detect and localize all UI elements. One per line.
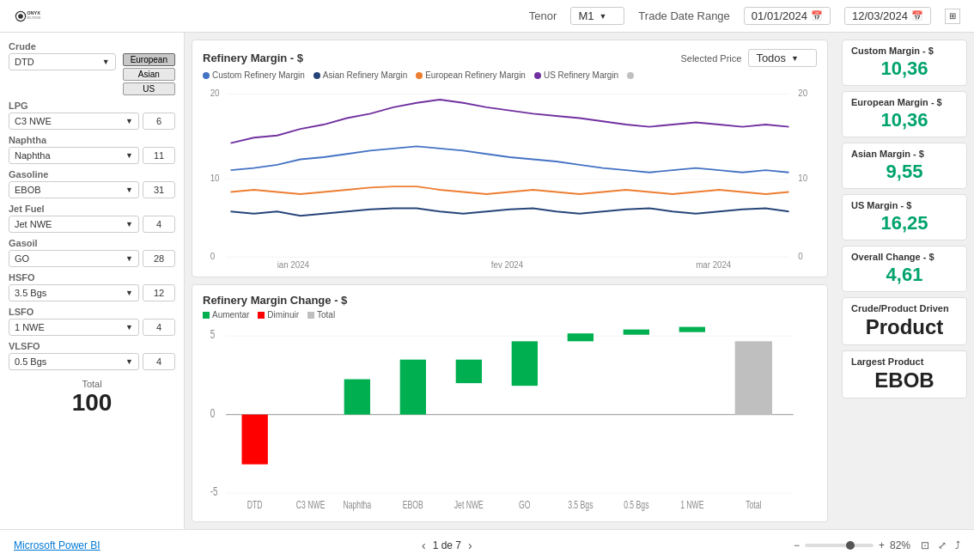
crude-value: DTD xyxy=(15,57,34,67)
hsfo-chevron-icon: ▼ xyxy=(125,289,133,297)
svg-text:Total: Total xyxy=(746,499,761,511)
tenor-chevron-icon: ▼ xyxy=(599,12,606,21)
bar-chart-svg: 5 0 -5 Refinery Margin xyxy=(203,323,817,513)
svg-text:0: 0 xyxy=(210,406,216,420)
naphtha-select[interactable]: Naphtha ▼ xyxy=(9,147,139,164)
selected-price-select[interactable]: Todos ▼ xyxy=(748,49,817,67)
legend-asian-label: Asian Refinery Margin xyxy=(323,70,407,80)
fullscreen-icon[interactable]: ⤢ xyxy=(938,539,947,551)
zoom-plus-button[interactable]: + xyxy=(879,539,885,551)
legend-total-dot xyxy=(307,312,314,319)
legend-us-label: US Refinery Margin xyxy=(544,70,618,80)
legend-aumentar: Aumentar xyxy=(203,310,249,320)
lsfo-num-input[interactable]: 4 xyxy=(143,319,175,336)
us-btn[interactable]: US xyxy=(123,82,175,95)
vlsfo-num-input[interactable]: 4 xyxy=(143,353,175,370)
vlsfo-value: 0.5 Bgs xyxy=(15,356,46,367)
us-margin-card: US Margin - $ 16,25 xyxy=(842,194,967,240)
crude-select[interactable]: DTD ▼ xyxy=(9,53,116,70)
legend-aumentar-dot xyxy=(203,312,210,319)
crude-product-driven-card: Crude/Product Driven Product xyxy=(842,297,967,345)
onyx-logo: ONYX SOLUTIONS xyxy=(14,7,41,26)
gasoil-num-input[interactable]: 28 xyxy=(143,250,175,267)
center-panel: Refinery Margin - $ Selected Price Todos… xyxy=(185,33,835,529)
gasoline-select[interactable]: EBOB ▼ xyxy=(9,181,139,198)
svg-point-1 xyxy=(18,14,23,19)
asian-margin-card: Asian Margin - $ 9,55 xyxy=(842,143,967,189)
line-chart-svg: 20 10 0 20 10 0 Refinery Margin jan 2024… xyxy=(203,83,817,268)
svg-text:3.5 Bgs: 3.5 Bgs xyxy=(568,499,593,511)
legend-custom-dot xyxy=(203,72,210,79)
zoom-minus-button[interactable]: − xyxy=(794,539,800,551)
gasoline-num-input[interactable]: 31 xyxy=(143,181,175,198)
gasoil-row: GO ▼ 28 xyxy=(9,250,175,267)
zoom-value: 82% xyxy=(890,539,910,551)
calendar-icon-to: 📅 xyxy=(911,10,923,21)
naphtha-num-input[interactable]: 11 xyxy=(143,147,175,164)
lpg-value: C3 NWE xyxy=(15,116,52,126)
svg-text:0: 0 xyxy=(798,250,803,261)
largest-product-label: Largest Product xyxy=(851,356,923,367)
top-bar: ONYX SOLUTIONS Tenor M1 ▼ Trade Date Ran… xyxy=(0,0,974,33)
european-btn[interactable]: European xyxy=(123,53,175,66)
gasoil-group: Gasoil GO ▼ 28 xyxy=(9,238,175,267)
naphtha-row: Naphtha ▼ 11 xyxy=(9,147,175,164)
crude-group: Crude DTD ▼ European Asian US xyxy=(9,41,175,95)
zoom-thumb xyxy=(846,541,855,550)
share-icon[interactable]: ⤴ xyxy=(955,539,960,551)
jetfuel-value: Jet NWE xyxy=(15,219,52,229)
calendar-icon-from: 📅 xyxy=(811,10,823,21)
largest-product-card: Largest Product EBOB xyxy=(842,350,967,399)
svg-text:-5: -5 xyxy=(210,485,218,499)
refinery-margin-change-legend: Aumentar Diminuir Total xyxy=(203,310,817,320)
filter-icon[interactable]: ⊞ xyxy=(945,9,960,24)
vlsfo-chevron-icon: ▼ xyxy=(125,357,133,366)
crude-product-driven-label: Crude/Product Driven xyxy=(851,303,949,313)
date-to-value: 12/03/2024 xyxy=(852,9,908,22)
prev-page-button[interactable]: ‹ xyxy=(422,539,426,552)
hsfo-select[interactable]: 3.5 Bgs ▼ xyxy=(9,284,139,301)
lpg-num-input[interactable]: 6 xyxy=(143,113,175,130)
tenor-select[interactable]: M1 ▼ xyxy=(570,7,624,25)
naphtha-group: Naphtha Naphtha ▼ 11 xyxy=(9,135,175,164)
european-margin-card: European Margin - $ 10,36 xyxy=(842,91,967,137)
date-to-input[interactable]: 12/03/2024 📅 xyxy=(844,7,931,25)
lpg-select[interactable]: C3 NWE ▼ xyxy=(9,113,139,130)
date-from-input[interactable]: 01/01/2024 📅 xyxy=(744,7,831,25)
pagination: ‹ 1 de 7 › xyxy=(422,539,472,552)
next-page-button[interactable]: › xyxy=(468,539,472,552)
legend-custom: Custom Refinery Margin xyxy=(203,70,305,80)
fit-page-icon[interactable]: ⊡ xyxy=(921,539,929,551)
svg-text:GO: GO xyxy=(519,499,530,511)
bar-total xyxy=(735,341,772,414)
lpg-group: LPG C3 NWE ▼ 6 xyxy=(9,100,175,130)
jetfuel-select[interactable]: Jet NWE ▼ xyxy=(9,216,139,233)
vlsfo-label: VLSFO xyxy=(9,341,175,351)
legend-asian: Asian Refinery Margin xyxy=(314,70,407,80)
svg-text:EBOB: EBOB xyxy=(403,499,423,511)
total-value: 100 xyxy=(9,389,175,417)
lsfo-select[interactable]: 1 NWE ▼ xyxy=(9,319,139,336)
gasoil-select[interactable]: GO ▼ xyxy=(9,250,139,267)
vlsfo-select[interactable]: 0.5 Bgs ▼ xyxy=(9,353,139,370)
us-margin-value: 16,25 xyxy=(851,212,958,234)
hsfo-group: HSFO 3.5 Bgs ▼ 12 xyxy=(9,272,175,301)
bar-naphtha xyxy=(344,380,370,415)
jetfuel-num-input[interactable]: 4 xyxy=(143,216,175,233)
refinery-margin-title: Refinery Margin - $ xyxy=(203,52,303,64)
lsfo-group: LSFO 1 NWE ▼ 4 xyxy=(9,307,175,336)
powerbi-link[interactable]: Microsoft Power BI xyxy=(14,539,100,551)
svg-text:Naphtha: Naphtha xyxy=(343,499,371,511)
refinery-margin-change-card: Refinery Margin Change - $ Aumentar Dimi… xyxy=(192,284,828,522)
svg-text:0: 0 xyxy=(210,250,216,261)
bar-35bgs xyxy=(568,333,594,341)
zoom-controls: − + 82% ⊡ ⤢ ⤴ xyxy=(794,539,960,551)
custom-margin-card: Custom Margin - $ 10,36 xyxy=(842,40,967,86)
asian-btn[interactable]: Asian xyxy=(123,68,175,81)
naphtha-label: Naphtha xyxy=(9,135,175,145)
bar-chart-container: 5 0 -5 Refinery Margin xyxy=(203,323,817,513)
zoom-slider[interactable] xyxy=(805,544,874,547)
vlsfo-group: VLSFO 0.5 Bgs ▼ 4 xyxy=(9,341,175,370)
hsfo-num-input[interactable]: 12 xyxy=(143,284,175,301)
gasoline-group: Gasoline EBOB ▼ 31 xyxy=(9,169,175,198)
